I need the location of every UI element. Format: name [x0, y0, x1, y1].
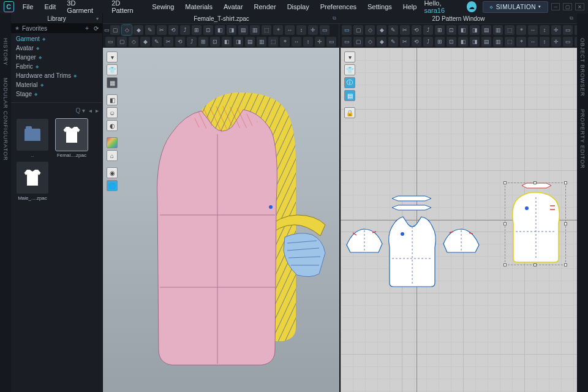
tool-btn[interactable]: ✂	[400, 25, 410, 35]
tool-btn[interactable]: ▢	[353, 25, 363, 35]
tool-btn[interactable]: ↔	[285, 25, 295, 35]
tree-material[interactable]: Material ◆	[16, 81, 97, 88]
menu-file[interactable]: File	[18, 1, 39, 12]
history-tab[interactable]: HISTORY	[1, 32, 10, 72]
object-browser-tab[interactable]: OBJECT BROWSER	[578, 32, 587, 103]
vt2-info[interactable]: ⓘ	[344, 77, 355, 88]
nav-fwd-icon[interactable]: ▸	[96, 107, 99, 114]
tool-btn[interactable]: ◆	[377, 25, 386, 35]
tool-btn[interactable]: ↔	[528, 37, 538, 47]
vt2-garment[interactable]: 👕	[344, 64, 355, 75]
cloud-sync-icon[interactable]: ☁	[467, 1, 477, 12]
tool-btn[interactable]: ✛	[551, 37, 561, 47]
collapse-arrow-icon[interactable]: ▾	[96, 16, 99, 21]
piece-front[interactable]	[386, 216, 439, 288]
viewport-2d[interactable]: ▾ 👕 ⓘ ▤ 🔒	[341, 48, 577, 392]
tool-btn[interactable]: ⟲	[175, 37, 185, 47]
vt-camera[interactable]: ⌂	[107, 150, 118, 161]
vt-stress-map[interactable]	[107, 137, 118, 148]
vt2-cursor[interactable]: ▾	[344, 51, 355, 62]
popout-icon[interactable]: ⧉	[333, 15, 336, 21]
tool-btn[interactable]: ◆	[134, 25, 143, 35]
property-editor-tab[interactable]: PROPERTY EDITOR	[578, 103, 587, 175]
tree-hardware-and-trims[interactable]: Hardware and Trims ◆	[16, 72, 97, 79]
tool-btn[interactable]: ◇	[365, 37, 375, 47]
vt2-lock[interactable]: 🔒	[344, 107, 355, 118]
tool-btn[interactable]: ◆	[140, 37, 150, 47]
tool-btn[interactable]: ⬚	[262, 25, 271, 35]
window-maximize[interactable]: ▢	[563, 3, 572, 10]
tool-btn[interactable]: ⊡	[210, 37, 220, 47]
menu-preferences[interactable]: Preferences	[315, 1, 361, 12]
vt-globe[interactable]: 🌐	[107, 180, 118, 191]
tab-2d-window[interactable]: 2D Pattern Window⧉	[340, 13, 577, 23]
vt-fit[interactable]: ◧	[107, 94, 118, 105]
tool-btn[interactable]: ⌖	[516, 37, 526, 47]
tool-btn[interactable]: ↕	[296, 25, 306, 35]
tool-btn[interactable]: ✛	[308, 25, 318, 35]
simulation-dropdown[interactable]: ⋄SIMULATION▾	[483, 1, 548, 13]
tool-btn[interactable]: ↕	[303, 37, 313, 47]
thumb-Male_zpac[interactable]: Male_....zpac	[15, 162, 50, 201]
tool-btn[interactable]: ▤	[481, 37, 491, 47]
tool-btn[interactable]: ▢	[110, 25, 120, 35]
tool-btn[interactable]: ↕	[540, 37, 549, 47]
tool-btn[interactable]: ⤴	[423, 25, 433, 35]
tree-garment[interactable]: Garment ◆	[16, 36, 97, 42]
tree-avatar[interactable]: Avatar ◆	[16, 45, 97, 51]
menu-settings[interactable]: Settings	[363, 1, 397, 12]
tool-btn[interactable]: ◧	[458, 37, 468, 47]
tool-btn[interactable]: ▭	[105, 37, 115, 47]
tool-btn[interactable]: ⊡	[447, 25, 456, 35]
tool-btn[interactable]: ◇	[129, 37, 138, 47]
tool-btn[interactable]: ⬚	[505, 25, 514, 35]
tool-btn[interactable]: ◨	[233, 37, 243, 47]
tool-btn[interactable]: ↕	[540, 25, 549, 35]
vt-avatar[interactable]: ☺	[107, 107, 118, 118]
tool-btn[interactable]: ◨	[227, 25, 236, 35]
menu-avatar[interactable]: Avatar	[219, 1, 248, 12]
vt-surface[interactable]: ◐	[107, 120, 118, 131]
tool-btn[interactable]: ✂	[400, 37, 410, 47]
tool-btn[interactable]: ⊞	[198, 37, 208, 47]
tree-hanger[interactable]: Hanger ◆	[16, 54, 97, 61]
tool-btn[interactable]: ◇	[365, 25, 375, 35]
tool-btn[interactable]: ▢	[353, 37, 363, 47]
tool-btn[interactable]: ⬚	[505, 37, 514, 47]
piece-collar-tab-1[interactable]	[391, 195, 432, 202]
tool-btn[interactable]: ⟲	[412, 25, 421, 35]
search-icon[interactable]: Q ▾	[75, 107, 85, 114]
tool-btn[interactable]: ↔	[528, 25, 538, 35]
selection-box[interactable]	[505, 183, 566, 265]
piece-sleeve-left[interactable]	[344, 227, 385, 255]
tool-btn[interactable]: ▭	[342, 37, 352, 47]
tool-btn[interactable]: ↔	[292, 37, 301, 47]
menu-sewing[interactable]: Sewing	[147, 1, 179, 12]
piece-collar-tab-2[interactable]	[391, 204, 432, 211]
tool-btn[interactable]: ▤	[238, 25, 248, 35]
tool-btn[interactable]: ◨	[470, 25, 480, 35]
tool-btn[interactable]: ⌖	[516, 25, 526, 35]
tool-btn[interactable]: ◧	[222, 37, 232, 47]
piece-sleeve-right[interactable]	[441, 227, 481, 255]
modular-tab[interactable]: MODULAR CONFIGURATOR	[1, 72, 10, 167]
vt-garment[interactable]: 👕	[107, 64, 118, 75]
tool-btn[interactable]: ✎	[152, 37, 162, 47]
window-close[interactable]: ✕	[575, 3, 584, 10]
menu-display[interactable]: Display	[282, 1, 314, 12]
tree-fabric[interactable]: Fabric ◆	[16, 63, 97, 70]
tool-btn[interactable]: ⌖	[280, 37, 290, 47]
vt-render[interactable]: ◉	[107, 167, 118, 178]
tool-btn[interactable]: ▭	[326, 37, 336, 47]
window-minimize[interactable]: ─	[551, 3, 560, 10]
tool-btn[interactable]: ⊞	[435, 37, 445, 47]
menu-render[interactable]: Render	[249, 1, 281, 12]
tool-btn[interactable]: ▭	[563, 25, 573, 35]
tool-btn[interactable]: ▭	[320, 25, 330, 35]
tool-btn[interactable]: ▥	[493, 37, 503, 47]
menu-materials[interactable]: Materials	[180, 1, 217, 12]
tool-btn[interactable]: ✎	[388, 37, 398, 47]
tool-btn[interactable]: ▥	[250, 25, 260, 35]
add-icon[interactable]: ＋	[84, 24, 90, 32]
tool-btn[interactable]: ⊡	[447, 37, 456, 47]
